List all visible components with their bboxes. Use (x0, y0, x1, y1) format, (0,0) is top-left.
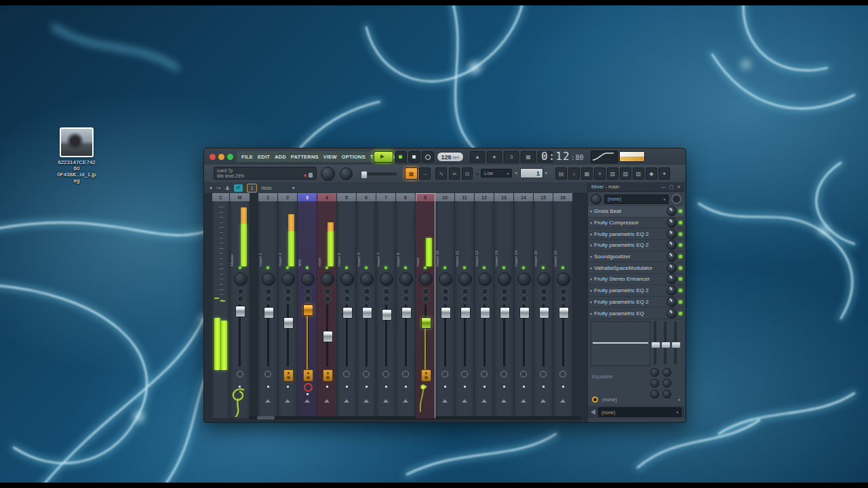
channel-header-C[interactable]: C (212, 193, 229, 201)
record-arm-dot[interactable] (287, 386, 289, 388)
pan-knob[interactable] (340, 272, 354, 286)
route-to-master-switch[interactable] (461, 371, 468, 378)
channel-label[interactable]: Insert 2 (278, 220, 282, 266)
menu-edit[interactable]: EDIT (258, 154, 270, 160)
record-button[interactable] (422, 151, 434, 163)
slot-caret-icon[interactable]: ▾ (590, 220, 592, 225)
stereo-sep-knob[interactable] (324, 288, 331, 295)
plugin-slot-9[interactable]: ▾Fruity parametric EQ 2 (588, 297, 684, 308)
record-arm-dot[interactable] (267, 386, 269, 388)
mixer-channel-1[interactable]: 1Insert 1 (258, 193, 278, 418)
volume-fader-handle[interactable] (283, 317, 294, 329)
mixer-channel-9[interactable]: 9main (416, 193, 435, 418)
channel-header-12[interactable]: 12 (475, 193, 494, 201)
route-to-master-switch[interactable] (382, 371, 389, 378)
mixer-scrollbar-handle[interactable] (257, 416, 275, 420)
channel-label[interactable]: main (317, 220, 321, 266)
plugin-slot-4[interactable]: ▾Fruity parametric EQ 2 (588, 240, 684, 251)
stereo-sep-knob[interactable] (383, 288, 390, 295)
channel-header-1[interactable]: 1 (258, 193, 277, 201)
channel-header-8[interactable]: 8 (396, 193, 415, 201)
channel-label[interactable]: Insert 8 (396, 220, 400, 266)
channel-led[interactable] (522, 266, 525, 269)
close-traffic-light[interactable] (210, 154, 216, 160)
channel-header-14[interactable]: 14 (514, 193, 533, 201)
volume-fader-handle[interactable] (480, 307, 490, 319)
record-arm-dot[interactable] (326, 386, 328, 388)
channel-header-M[interactable]: M (230, 193, 250, 201)
channel-header-3[interactable]: 3 (298, 193, 317, 201)
channel-led[interactable] (542, 266, 545, 269)
channel-header-16[interactable]: 16 (553, 193, 572, 201)
route-to-master-enabled[interactable] (323, 369, 333, 382)
mixer-channel-14[interactable]: 14Insert 14 (514, 193, 534, 418)
mixer-channel-M[interactable]: MMaster (230, 193, 250, 418)
mixer-channel-15[interactable]: 15Insert 15 (534, 193, 553, 418)
channel-rack-icon[interactable]: ▦ (581, 167, 593, 180)
stereo-sep-knob[interactable] (521, 288, 528, 295)
channel-label[interactable]: Insert 16 (553, 220, 557, 266)
send-caret-icon[interactable]: ▾ (678, 397, 680, 402)
plugin-name[interactable]: Gross Beat (594, 208, 665, 214)
channel-header-4[interactable]: 4 (317, 193, 336, 201)
pan-knob[interactable] (360, 272, 374, 286)
slot-enable-led[interactable] (679, 300, 682, 304)
bell-button[interactable]: Ω (462, 167, 473, 180)
channel-led[interactable] (404, 266, 407, 269)
link-xy-toggle[interactable]: ⇄ (234, 184, 243, 192)
dock-arrow-icon[interactable] (481, 399, 487, 403)
record-arm-dot[interactable] (239, 386, 241, 388)
slot-caret-icon[interactable]: ▾ (590, 232, 592, 237)
plugin-name[interactable]: Fruity parametric EQ 2 (594, 299, 665, 305)
volume-fader-handle[interactable] (382, 309, 392, 321)
eq-shortcut-knob[interactable] (540, 296, 547, 302)
countdown-icon[interactable]: 3 (504, 151, 519, 163)
stereo-sep-knob[interactable] (442, 288, 449, 295)
mixer-channel-7[interactable]: 7Insert 7 (376, 193, 396, 418)
mixer-channel-5[interactable]: 5Insert 5 (337, 193, 357, 418)
slide-tool-button[interactable]: ∿ (435, 167, 447, 180)
dock-arrow-icon[interactable] (363, 399, 369, 403)
plugin-slot-5[interactable]: ▾Soundgoodizer (588, 251, 684, 263)
eq-shortcut-knob[interactable] (501, 296, 508, 302)
channel-label[interactable]: Insert 15 (534, 220, 538, 266)
eq-knob-1[interactable] (650, 368, 659, 377)
eq-shortcut-knob[interactable] (462, 296, 469, 302)
insert-source-dropdown[interactable]: (none) ▾ (604, 195, 669, 204)
mixer-channel-13[interactable]: 13Insert 13 (494, 193, 514, 418)
record-arm-dot[interactable] (444, 386, 446, 388)
dock-arrow-icon[interactable] (383, 399, 389, 403)
eq-shortcut-knob[interactable] (422, 296, 429, 302)
volume-fader-handle[interactable] (401, 307, 412, 319)
plugin-name[interactable]: ValhallaSpaceModulator (594, 265, 665, 271)
record-arm-dot[interactable] (385, 386, 387, 388)
time-display[interactable]: 0:12 : 80 (541, 150, 589, 163)
channel-led[interactable] (286, 266, 289, 269)
pan-knob[interactable] (537, 272, 551, 286)
slot-caret-icon[interactable]: ▾ (590, 311, 592, 316)
shuffle-slider-handle[interactable] (361, 171, 368, 179)
menu-view[interactable]: VIEW (323, 154, 337, 160)
snap-selector[interactable]: Low▾ (481, 169, 512, 178)
mixer-channel-12[interactable]: 12Insert 12 (475, 193, 494, 418)
stereo-sep-knob[interactable] (403, 288, 410, 295)
send-knob-icon[interactable] (592, 396, 598, 403)
mixer-scrollbar[interactable] (249, 416, 581, 420)
record-arm-dot[interactable] (523, 386, 525, 388)
eq-shortcut-knob[interactable] (344, 296, 351, 302)
panel-minimize-icon[interactable]: — (661, 184, 666, 189)
channel-label[interactable]: Insert 13 (494, 220, 498, 266)
slot-mix-knob[interactable] (667, 274, 677, 284)
pan-knob[interactable] (517, 272, 531, 286)
dock-arrow-icon[interactable] (462, 399, 467, 403)
plugin-name[interactable]: Fruity parametric EQ (594, 310, 665, 317)
plugin-name[interactable]: Fruity parametric EQ 2 (594, 242, 665, 248)
eq-shortcut-knob[interactable] (363, 296, 370, 302)
slot-caret-icon[interactable]: ▾ (590, 254, 592, 259)
eq-band2-slider[interactable] (664, 321, 667, 365)
eq-shortcut-knob[interactable] (521, 296, 528, 302)
channel-led[interactable] (326, 266, 328, 269)
dock-arrow-icon[interactable] (560, 399, 566, 403)
stereo-sep-knob[interactable] (363, 288, 370, 295)
main-pitch-knob[interactable] (340, 167, 353, 180)
